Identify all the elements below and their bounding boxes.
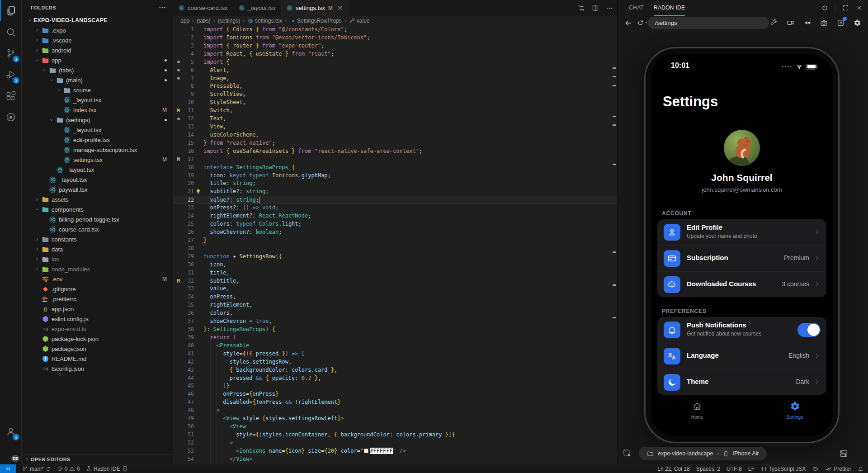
tree-item-ios[interactable]: ios <box>22 254 173 264</box>
editor-tab-course-card-tsx[interactable]: course-card.tsx <box>173 0 233 16</box>
git-branch[interactable]: main* <box>22 466 51 472</box>
gear-button[interactable] <box>851 17 863 29</box>
camera-button[interactable] <box>818 17 830 29</box>
split-icon[interactable] <box>592 5 599 12</box>
back-icon[interactable] <box>624 19 632 27</box>
editor-tab-settings-tsx[interactable]: settings.tsx M <box>281 0 349 16</box>
settings-row-theme[interactable]: Theme Dark <box>657 369 826 395</box>
avatar[interactable] <box>724 130 760 166</box>
tree-item-billing-period-toggle-tsx[interactable]: billing-period-toggle.tsx <box>22 214 173 224</box>
breadcrumb-item[interactable]: (settings) <box>218 18 240 24</box>
encoding[interactable]: UTF-8 <box>726 466 742 472</box>
tree-item-paywall-tsx[interactable]: paywall.tsx <box>22 184 173 194</box>
language-mode[interactable]: {}TypeScript JSX <box>761 466 806 472</box>
tree-item--layout-tsx[interactable]: _layout.tsx <box>22 95 173 105</box>
device-settings-icon[interactable] <box>839 449 848 458</box>
device-selector[interactable]: expo-video-landscape › iPhone Air <box>639 447 767 460</box>
tree-item-index-tsx[interactable]: index.tsxM <box>22 105 173 115</box>
url-bar[interactable]: /settings <box>648 17 769 29</box>
tree-item-course[interactable]: course <box>22 85 173 95</box>
tree-item-course-card-tsx[interactable]: course-card.tsx <box>22 224 173 234</box>
video-button[interactable] <box>784 17 797 29</box>
breadcrumb-item[interactable]: value <box>349 18 370 24</box>
more-icon[interactable] <box>606 5 613 12</box>
breadcrumb-item[interactable]: app <box>180 18 189 24</box>
reload-button[interactable] <box>637 19 648 26</box>
open-editors-section[interactable]: OPEN EDITORS <box>22 454 173 464</box>
radon-ide-status[interactable]: Radon IDE <box>86 466 128 472</box>
panel-tab-chat[interactable]: CHAT <box>629 0 644 16</box>
activitybar-account[interactable]: 1 <box>0 421 21 442</box>
tree-item-eslint-config-js[interactable]: eslint.config.js <box>22 314 173 324</box>
eol[interactable]: LF <box>748 466 755 472</box>
tree-item-manage-subscription-tsx[interactable]: manage-subscription.tsx <box>22 145 173 155</box>
activitybar-run-debug[interactable]: 1 <box>0 64 21 85</box>
editor-tab--layout-tsx[interactable]: _layout.tsx <box>233 0 281 16</box>
remote-indicator[interactable] <box>0 464 16 473</box>
tree-item--tabs-[interactable]: (tabs) <box>22 65 173 75</box>
breadcrumb-item[interactable]: (tabs) <box>197 18 211 24</box>
activitybar-settings[interactable]: DE <box>0 442 21 463</box>
tree-item--env[interactable]: .envM <box>22 274 173 284</box>
tree-item-assets[interactable]: assets <box>22 194 173 204</box>
activitybar-source-control[interactable]: 3 <box>0 43 21 64</box>
phone-screen[interactable]: 10:01 Settings John Squirrel john.squirr… <box>651 54 833 436</box>
push-notifications-toggle[interactable] <box>797 323 821 337</box>
activitybar-extensions[interactable] <box>0 85 21 106</box>
tree-item--main-[interactable]: (main) <box>22 75 173 85</box>
tree-item--expo[interactable]: .expo <box>22 25 173 35</box>
tree-item--layout-tsx[interactable]: _layout.tsx <box>22 165 173 175</box>
tools-button[interactable] <box>768 17 780 29</box>
tree-item-readme-md[interactable]: README.md <box>22 354 173 364</box>
rewind-button[interactable] <box>801 17 813 29</box>
tree-item-expo-env-d-ts[interactable]: TSexpo-env.d.ts <box>22 324 173 334</box>
tree-item-constants[interactable]: constants <box>22 234 173 244</box>
tree-item--gitignore[interactable]: .gitignore <box>22 284 173 294</box>
activitybar-search[interactable] <box>0 21 21 43</box>
tree-item-data[interactable]: data <box>22 244 173 254</box>
activitybar-github[interactable] <box>0 106 21 128</box>
tree-item-node-modules[interactable]: node_modules <box>22 264 173 274</box>
close-icon[interactable] <box>337 5 343 11</box>
breadcrumb-item[interactable]: SettingsRowProps <box>289 18 342 24</box>
tree-item-app-json[interactable]: {}app.json <box>22 304 173 314</box>
indentation[interactable]: Spaces: 2 <box>696 466 720 472</box>
devtool-button[interactable] <box>835 17 847 29</box>
close-icon[interactable] <box>856 5 863 11</box>
tree-item-app[interactable]: app <box>22 55 173 65</box>
settings-row-language[interactable]: Language English <box>657 343 826 369</box>
prettier-status[interactable]: Prettier <box>825 465 851 472</box>
tree-item--settings-[interactable]: (settings) <box>22 115 173 125</box>
power-icon[interactable] <box>821 5 828 11</box>
tree-item-tsconfig-json[interactable]: TStsconfig.json <box>22 364 173 374</box>
tree-item-package-lock-json[interactable]: package-lock.json <box>22 334 173 344</box>
tree-item--layout-tsx[interactable]: _layout.tsx <box>22 175 173 184</box>
tree-item--layout-tsx[interactable]: _layout.tsx <box>22 125 173 135</box>
phone-tab-settings[interactable]: Settings <box>776 401 814 420</box>
phone-tab-home[interactable]: Home <box>678 401 716 420</box>
notifications-bell[interactable] <box>858 466 863 472</box>
lightbulb-icon[interactable] <box>195 189 201 194</box>
tree-item-package-json[interactable]: package.json <box>22 344 173 354</box>
tree-item-components[interactable]: components <box>22 204 173 214</box>
settings-row-edit-profile[interactable]: Edit Profile Update your name and photo <box>657 219 826 245</box>
activitybar-explorer[interactable] <box>0 0 21 21</box>
problems[interactable]: 00 <box>57 466 80 472</box>
more-actions-icon[interactable] <box>158 4 166 12</box>
panel-tab-radon-ide[interactable]: RADON IDE <box>654 0 685 16</box>
settings-row-subscription[interactable]: Subscription Premium <box>657 245 826 271</box>
inspect-icon[interactable] <box>623 449 632 459</box>
tree-item--prettierrc[interactable]: .prettierrc <box>22 294 173 304</box>
breadcrumb-item[interactable]: settings.tsx <box>247 18 282 24</box>
copilot-status[interactable] <box>812 465 819 472</box>
tree-item-expo-video-landscape[interactable]: EXPO-VIDEO-LANDSCAPE <box>22 15 173 25</box>
cursor-position[interactable]: Ln 22, Col 18 <box>657 466 689 472</box>
code-editor[interactable]: 1import { Colors } from "@/constants/Col… <box>173 26 618 464</box>
tree-item--vscode[interactable]: .vscode <box>22 35 173 45</box>
settings-row-downloaded-courses[interactable]: Downloaded Courses 3 courses <box>657 271 826 297</box>
frame-icon[interactable] <box>842 5 849 11</box>
compare-icon[interactable] <box>578 5 585 12</box>
tree-item-edit-profile-tsx[interactable]: edit-profile.tsx <box>22 135 173 145</box>
settings-row-push-notifications[interactable]: Push Notifications Get notified about ne… <box>657 317 826 343</box>
tree-item-settings-tsx[interactable]: settings.tsxM <box>22 155 173 165</box>
